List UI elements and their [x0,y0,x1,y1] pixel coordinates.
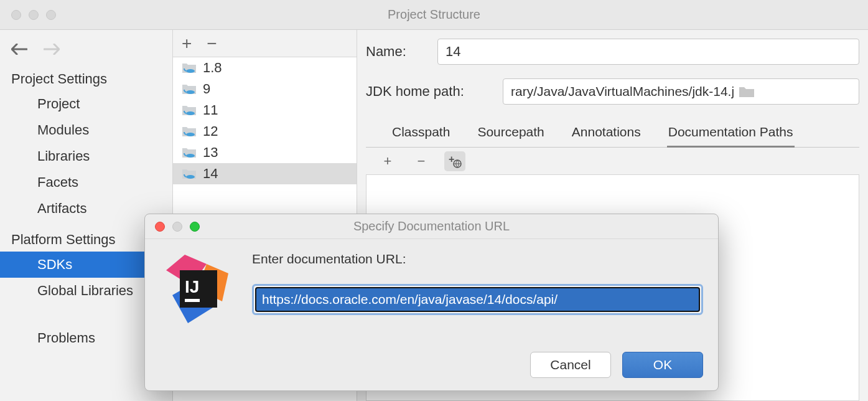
sidebar-item-facets[interactable]: Facets [0,169,172,196]
jdk-folder-icon [182,104,197,116]
tab-documentation-paths[interactable]: Documentation Paths [667,118,795,148]
sdk-label: 11 [203,102,218,118]
sdk-list-toolbar: + − [173,30,357,57]
sdk-item-9[interactable]: 9 [173,78,357,100]
sdk-label: 13 [203,144,218,161]
path-label: JDK home path: [366,83,503,100]
tab-annotations[interactable]: Annotations [571,118,642,147]
svg-point-5 [186,175,195,179]
tab-classpath[interactable]: Classpath [391,118,451,147]
sdk-item-14[interactable]: 14 [173,163,357,184]
svg-point-4 [186,154,195,158]
jdk-folder-icon [182,83,197,95]
svg-point-3 [186,133,195,136]
titlebar: Project Structure [0,0,868,30]
add-url-icon[interactable]: + [444,151,465,171]
svg-point-1 [186,90,195,94]
jdk-folder-icon [182,146,197,159]
sidebar-item-modules[interactable]: Modules [0,117,172,143]
remove-path-icon[interactable]: − [411,151,432,171]
sidebar-item-libraries[interactable]: Libraries [0,143,172,169]
browse-folder-icon[interactable] [738,85,755,98]
sdk-label: 12 [203,123,218,139]
jdk-folder-icon [182,62,197,74]
remove-sdk-icon[interactable]: − [207,35,217,52]
jdk-path-field[interactable]: rary/Java/JavaVirtualMachines/jdk-14.j [503,78,859,105]
add-path-icon[interactable]: + [377,151,398,171]
forward-arrow-icon[interactable] [44,42,61,56]
sdk-item-12[interactable]: 12 [173,121,357,142]
intellij-logo-icon: IJ [160,252,235,326]
svg-rect-13 [185,299,200,302]
url-label: Enter documentation URL: [252,252,703,267]
sdk-label: 9 [203,81,210,97]
jdk-folder-icon [182,167,197,180]
back-arrow-icon[interactable] [11,42,29,56]
sdk-item-11[interactable]: 11 [173,100,357,121]
specify-url-dialog: Specify Documentation URL IJ Enter docum… [144,214,719,391]
doc-paths-toolbar: + − + [366,148,859,175]
detail-tabs: ClasspathSourcepathAnnotationsDocumentat… [366,118,859,148]
svg-point-0 [186,69,195,73]
tab-sourcepath[interactable]: Sourcepath [476,118,545,147]
sdk-item-1-8[interactable]: 1.8 [173,57,357,78]
dialog-title: Specify Documentation URL [145,219,718,234]
jdk-path-text: rary/Java/JavaVirtualMachines/jdk-14.j [511,84,734,99]
add-sdk-icon[interactable]: + [182,35,192,52]
sdk-label: 14 [203,166,218,182]
svg-text:IJ: IJ [185,277,199,296]
window-title: Project Structure [0,7,868,22]
sdk-item-13[interactable]: 13 [173,142,357,163]
jdk-folder-icon [182,125,197,138]
section-project-settings: Project Settings [0,67,172,91]
name-label: Name: [366,44,437,60]
sidebar-item-project[interactable]: Project [0,91,172,117]
sdk-label: 1.8 [203,60,222,76]
svg-point-2 [186,111,195,115]
sdk-name-input[interactable] [437,39,859,65]
ok-button[interactable]: OK [622,352,703,378]
documentation-url-input[interactable] [255,287,700,312]
cancel-button[interactable]: Cancel [530,352,611,378]
